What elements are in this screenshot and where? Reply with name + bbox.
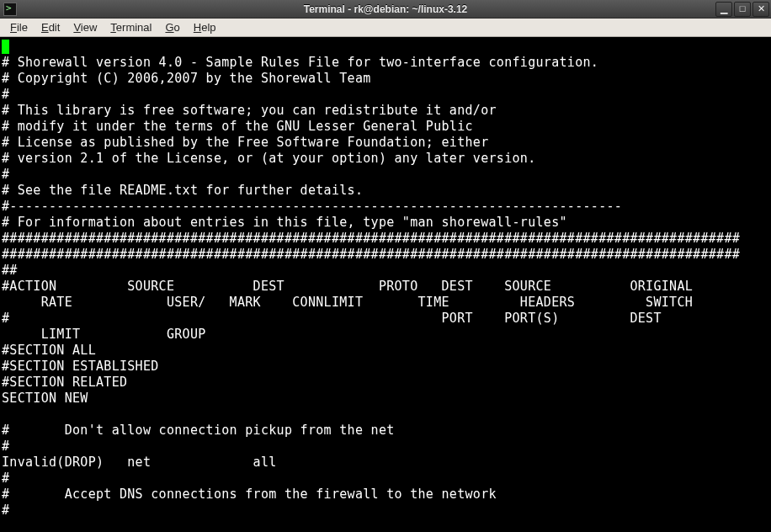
menu-view[interactable]: View [66, 19, 104, 35]
terminal-line: # Copyright (C) 2006,2007 by the Shorewa… [2, 71, 371, 86]
terminal-line: #SECTION ESTABLISHED [2, 359, 159, 374]
terminal-app-icon [3, 3, 17, 16]
terminal-viewport[interactable]: # Shorewall version 4.0 - Sample Rules F… [0, 37, 771, 532]
terminal-line: # [2, 439, 9, 454]
terminal-line: # Shorewall version 4.0 - Sample Rules F… [2, 55, 598, 70]
terminal-line: #SECTION ALL [2, 343, 96, 358]
menu-file[interactable]: File [3, 19, 35, 35]
terminal-line: # modify it under the terms of the GNU L… [2, 119, 473, 134]
minimize-button[interactable]: ▁ [715, 2, 732, 17]
maximize-button[interactable]: □ [734, 2, 751, 17]
terminal-line: ########################################… [2, 231, 740, 246]
terminal-line: # PORT PORT(S) DEST [2, 311, 662, 326]
terminal-line: SECTION NEW [2, 391, 88, 406]
terminal-line: #ACTION SOURCE DEST PROTO DEST SOURCE OR… [2, 279, 693, 294]
terminal-line: # License as published by the Free Softw… [2, 135, 489, 150]
terminal-line: Invalid(DROP) net all [2, 455, 277, 470]
window-titlebar: Terminal - rk@debian: ~/linux-3.12 ▁ □ ✕ [0, 0, 771, 19]
terminal-line: # version 2.1 of the License, or (at you… [2, 151, 536, 166]
menu-edit[interactable]: Edit [35, 19, 66, 35]
terminal-line: # [2, 503, 9, 518]
terminal-line: #SECTION RELATED [2, 375, 127, 390]
menu-help[interactable]: Help [187, 19, 223, 35]
window-controls: ▁ □ ✕ [715, 2, 771, 17]
terminal-line: # [2, 471, 9, 486]
terminal-line: # Accept DNS connections from the firewa… [2, 487, 497, 502]
terminal-line: # This library is free software; you can… [2, 103, 497, 118]
menu-go[interactable]: Go [158, 19, 186, 35]
close-button[interactable]: ✕ [752, 2, 769, 17]
terminal-line: # For information about entries in this … [2, 215, 567, 230]
terminal-line: RATE USER/ MARK CONNLIMIT TIME HEADERS S… [2, 295, 693, 310]
terminal-line: # Don't allow connection pickup from the… [2, 423, 395, 438]
terminal-line: # See the file README.txt for further de… [2, 183, 363, 198]
menu-terminal[interactable]: Terminal [104, 19, 158, 35]
terminal-line: ## [2, 263, 18, 278]
cursor [2, 40, 9, 54]
menubar: File Edit View Terminal Go Help [0, 19, 771, 37]
terminal-line: # [2, 167, 9, 182]
window-title: Terminal - rk@debian: ~/linux-3.12 [304, 3, 468, 15]
terminal-line: ########################################… [2, 247, 740, 262]
terminal-line: #---------------------------------------… [2, 199, 622, 214]
terminal-line: LIMIT GROUP [2, 327, 206, 342]
terminal-line: # [2, 87, 9, 102]
